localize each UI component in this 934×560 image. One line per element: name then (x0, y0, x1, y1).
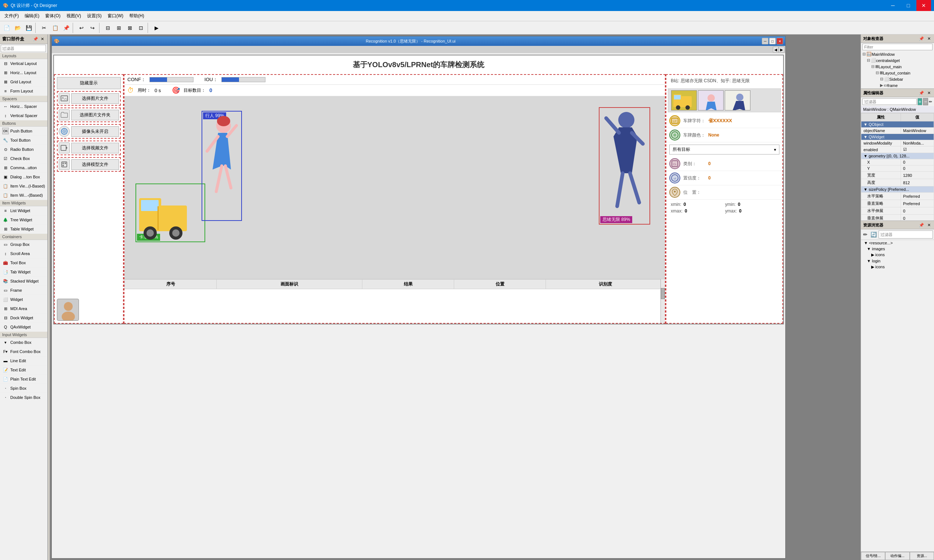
btn-select-folder[interactable]: 选择图片文件夹 (71, 110, 119, 120)
res-edit-button[interactable]: ✏ (862, 231, 869, 238)
tree-layout-main[interactable]: ⊟ ⊞ Layout_main (861, 63, 934, 70)
tb-redo[interactable]: ↪ (87, 23, 98, 33)
close-button[interactable]: ✕ (916, 0, 931, 11)
comp-widget[interactable]: ⬜ Widget (0, 295, 47, 304)
comp-qax-widget[interactable]: Q QAxWidget (0, 323, 47, 332)
menu-view[interactable]: 视图(V) (63, 11, 84, 20)
obj-close-button[interactable]: ✕ (926, 35, 932, 42)
res-filter-input[interactable] (879, 231, 933, 238)
obj-filter-input[interactable] (862, 44, 932, 50)
prop-add-button[interactable]: + (917, 98, 922, 105)
btn-camera-icon[interactable] (59, 126, 70, 137)
table-scrollbar[interactable] (660, 279, 665, 323)
menu-form[interactable]: 窗体(O) (42, 11, 63, 20)
comp-table-widget[interactable]: ⊞ Table Widget (0, 225, 47, 234)
component-search-input[interactable] (1, 45, 46, 52)
comp-dialog-button-box[interactable]: ▣ Dialog ...ton Box (0, 172, 47, 182)
comp-line-edit[interactable]: ▬ Line Edit (0, 356, 47, 366)
comp-dock-widget[interactable]: ⊟ Dock Widget (0, 313, 47, 323)
prop-x-value[interactable]: 0 (901, 159, 934, 166)
prop-enabled-value[interactable]: ☑ (901, 146, 934, 153)
tab-resource[interactable]: 资源... (910, 552, 934, 560)
comp-double-spin-box[interactable]: ⬝ Double Spin Box (0, 393, 47, 402)
table-scrollbar-thumb[interactable] (661, 288, 665, 299)
prop-vstretch-value[interactable]: 0 (901, 215, 934, 221)
tb-open[interactable]: 📂 (12, 23, 23, 33)
tb-save[interactable]: 💾 (23, 23, 34, 33)
tab-signal[interactable]: 信号/情... (861, 552, 885, 560)
comp-plain-text-edit[interactable]: 📄 Plain Text Edit (0, 375, 47, 384)
res-close-button[interactable]: ✕ (926, 222, 932, 228)
comp-tab-widget[interactable]: 📑 Tab Widget (0, 268, 47, 277)
ui-widget-frame[interactable]: 基于YOLOv8v5/LPRNet的车牌检测系统 隐藏显示 选择图片文件 (53, 55, 784, 325)
btn-select-image[interactable]: 选择图片文件 (71, 93, 119, 104)
tree-frame[interactable]: ▶ ▭ frame (861, 82, 934, 88)
comp-grid-layout[interactable]: ⊠ Grid Layout (0, 77, 47, 87)
tb-layout-grid[interactable]: ⊠ (125, 23, 135, 33)
prop-remove-button[interactable]: − (923, 98, 928, 105)
conf-bar-container[interactable] (150, 77, 193, 82)
menu-window[interactable]: 窗口(W) (105, 11, 126, 20)
nav-prev-button[interactable]: ◀ (773, 47, 779, 52)
minimize-button[interactable]: ─ (886, 0, 900, 11)
comp-tool-button[interactable]: 🔧 Tool Button (0, 136, 47, 145)
prop-close-button[interactable]: ✕ (926, 90, 932, 96)
comp-form-layout[interactable]: ≡ Form Layout (0, 87, 47, 96)
panel-close-button[interactable]: ✕ (39, 36, 45, 42)
prop-vpolicy-value[interactable]: Preferred (901, 200, 934, 207)
comp-command-button[interactable]: ⊞ Comma...utton (0, 163, 47, 172)
panel-pin-button[interactable]: 📌 (33, 36, 39, 42)
tb-copy[interactable]: 📋 (50, 23, 60, 33)
comp-horizontal-layout[interactable]: ⊞ Horiz... Layout (0, 68, 47, 77)
prop-objectname-value[interactable]: MainWindow (901, 128, 934, 134)
btn-select-folder-icon[interactable] (59, 109, 70, 120)
comp-mdi-area[interactable]: ⊞ MDI Area (0, 304, 47, 313)
tree-layout-contain[interactable]: ⊟ ⊞ Layout_contain (861, 70, 934, 76)
comp-frame[interactable]: ▭ Frame (0, 286, 47, 295)
prop-winmodality-value[interactable]: NonModa... (901, 140, 934, 146)
designer-restore-button[interactable]: □ (769, 38, 776, 45)
prop-edit-button[interactable]: ✏ (929, 99, 932, 105)
btn-select-image-icon[interactable] (59, 93, 70, 104)
res-root[interactable]: ▼ <resource...> (861, 240, 934, 246)
tb-layout-h[interactable]: ⊟ (103, 23, 113, 33)
comp-tool-box[interactable]: 🧰 Tool Box (0, 258, 47, 268)
designer-close-button[interactable]: ✕ (777, 38, 783, 45)
menu-file[interactable]: 文件(F) (2, 11, 22, 20)
designer-min-button[interactable]: ─ (762, 38, 768, 45)
nav-next-button[interactable]: ▶ (779, 47, 784, 52)
menu-settings[interactable]: 设置(S) (84, 11, 105, 20)
tb-cut[interactable]: ✂ (39, 23, 49, 33)
prop-width-value[interactable]: 1280 (901, 172, 934, 179)
prop-pin-button[interactable]: 📌 (919, 90, 925, 96)
comp-check-box[interactable]: ☑ Check Box (0, 154, 47, 163)
res-pin-button[interactable]: 📌 (919, 222, 925, 228)
comp-horiz-spacer[interactable]: ↔ Horiz... Spacer (0, 102, 47, 111)
tb-break[interactable]: ⊡ (136, 23, 146, 33)
menu-help[interactable]: 帮助(H) (126, 11, 147, 20)
comp-item-widget-wbased[interactable]: 📋 Item Wi...-(Based) (0, 191, 47, 200)
btn-camera[interactable]: 摄像头未开启 (71, 126, 119, 137)
btn-select-video-icon[interactable] (59, 142, 70, 153)
iou-bar-container[interactable] (221, 77, 265, 82)
btn-select-model[interactable]: 选择模型文件 (71, 159, 119, 170)
obj-pin-button[interactable]: 📌 (919, 35, 925, 42)
comp-vertical-layout[interactable]: ⊟ Vertical Layout (0, 59, 47, 68)
btn-select-model-icon[interactable] (59, 159, 70, 170)
comp-list-widget[interactable]: ≡ List Widget (0, 206, 47, 215)
comp-radio-button[interactable]: ⊙ Radio Button (0, 145, 47, 154)
prop-hpolicy-value[interactable]: Preferred (901, 193, 934, 200)
btn-select-video[interactable]: 选择视频文件 (71, 143, 119, 153)
res-images[interactable]: ▼ images (861, 246, 934, 252)
comp-spin-box[interactable]: ⬝ Spin Box (0, 384, 47, 393)
comp-combo-box[interactable]: ▾ Combo Box (0, 338, 47, 347)
comp-tree-widget[interactable]: 🌲 Tree Widget (0, 215, 47, 225)
comp-item-view-ibased[interactable]: 📋 Item Vie...(I-Based) (0, 182, 47, 191)
comp-scroll-area[interactable]: ↕ Scroll Area (0, 249, 47, 258)
comp-push-button[interactable]: OK Push Button (0, 127, 47, 136)
menu-edit[interactable]: 编辑(E) (22, 11, 42, 20)
prop-y-value[interactable]: 0 (901, 166, 934, 172)
tab-action[interactable]: 动作编... (885, 552, 909, 560)
tb-preview[interactable]: ▶ (151, 23, 162, 33)
tree-centralwidget[interactable]: ⊟ ⬜ centralwidget (861, 57, 934, 63)
